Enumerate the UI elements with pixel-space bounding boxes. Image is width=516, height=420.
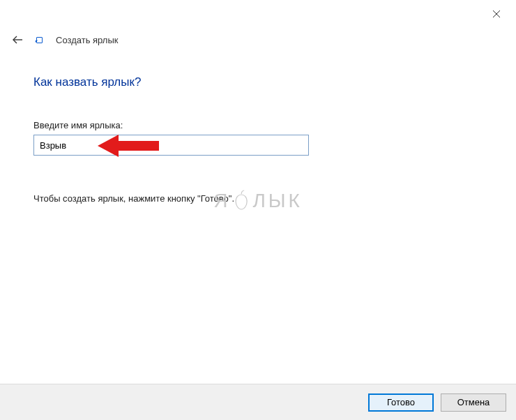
back-arrow-icon [11, 33, 24, 46]
input-wrapper [33, 135, 309, 156]
close-button[interactable] [485, 6, 508, 22]
close-icon [492, 10, 501, 18]
back-button[interactable] [10, 32, 25, 47]
window-title: Создать ярлык [56, 35, 118, 45]
shortcut-name-input[interactable] [33, 135, 309, 156]
hint-text: Чтобы создать ярлык, нажмите кнопку "Гот… [33, 193, 483, 204]
cancel-button[interactable]: Отмена [441, 393, 506, 412]
finish-button[interactable]: Готово [368, 393, 434, 412]
shortcut-wizard-icon [35, 36, 43, 44]
shortcut-name-label: Введите имя ярлыка: [33, 120, 483, 130]
button-bar: Готово Отмена [0, 384, 516, 420]
titlebar [0, 0, 516, 28]
wizard-header: Создать ярлык [0, 28, 516, 47]
page-heading: Как назвать ярлык? [33, 75, 483, 89]
content-area: Как назвать ярлык? Введите имя ярлыка: Ч… [0, 47, 516, 204]
